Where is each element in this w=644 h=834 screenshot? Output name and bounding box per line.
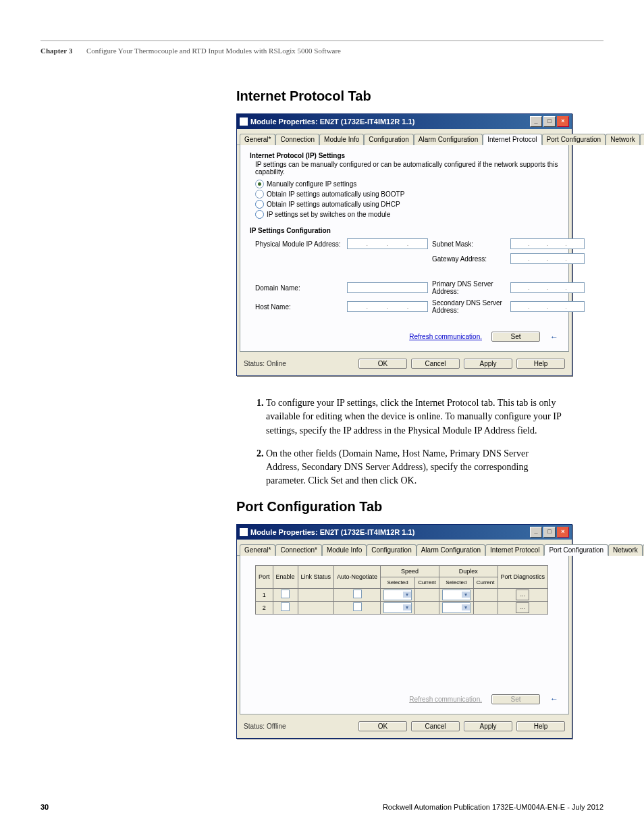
tab-configuration[interactable]: Configuration [364,134,413,145]
input-subnet[interactable]: ... [510,238,585,249]
refresh-link[interactable]: Refresh communication. [409,333,482,340]
step-2: On the other fields (Domain Name, Host N… [266,447,563,488]
dialog-title: Module Properties: EN2T (1732E-IT4IM12R … [250,118,414,126]
tab-module-info[interactable]: Module Info [322,544,367,556]
tab-connection[interactable]: Connection [275,134,319,145]
col-speed-current: Current [415,577,439,588]
tab-port-configuration[interactable]: Port Configuration [544,544,608,556]
maximize-button[interactable]: □ [543,527,556,538]
tab-port-configuration[interactable]: Port Configuration [542,134,606,145]
input-gateway[interactable]: ... [510,253,585,264]
radio-label: Obtain IP settings automatically using D… [267,201,400,208]
auto-negotiate-checkbox[interactable] [353,590,362,598]
set-button: Set [491,694,540,704]
radio-icon [255,210,264,219]
page-number: 30 [41,803,49,811]
help-button[interactable]: Help [516,721,565,731]
table-row: 2 ... [256,601,548,614]
input-primary-dns[interactable]: ... [510,282,585,293]
input-host[interactable]: ... [347,301,428,312]
status-text: Status: Offline [244,723,286,730]
step-1: To configure your IP settings, click the… [266,396,563,438]
speed-selected-combo[interactable] [383,602,412,613]
tab-connection[interactable]: Connection* [275,544,321,556]
tab-alarm-configuration[interactable]: Alarm Configuration [414,134,483,145]
tab-strip: General* Connection Module Info Configur… [237,129,572,145]
section-title-ip: Internet Protocol Tab [236,88,603,104]
tab-internet-protocol[interactable]: Internet Protocol [485,544,544,556]
duplex-selected-combo[interactable] [442,602,471,613]
apply-button[interactable]: Apply [464,721,512,731]
tab-internet-protocol[interactable]: Internet Protocol [483,134,541,145]
label-subnet: Subnet Mask: [432,240,506,248]
enable-checkbox[interactable] [281,590,290,598]
speed-selected-combo[interactable] [383,590,412,600]
radio-icon [255,190,264,199]
enable-checkbox[interactable] [281,602,290,611]
cancel-button[interactable]: Cancel [411,721,460,731]
arrow-left-icon[interactable]: ← [549,694,559,704]
ip-settings-heading: Internet Protocol (IP) Settings [250,152,559,159]
input-secondary-dns[interactable]: ... [510,301,585,312]
close-button[interactable]: × [557,527,569,538]
radio-label: Obtain IP settings automatically using B… [267,190,404,198]
radio-switches[interactable]: IP settings set by switches on the modul… [255,210,559,219]
col-speed: Speed [381,565,439,577]
maximize-button[interactable]: □ [543,116,556,127]
input-physical-ip[interactable]: ... [347,238,428,249]
ok-button[interactable]: OK [358,721,407,731]
diagnostics-button[interactable]: ... [516,602,529,613]
auto-negotiate-checkbox[interactable] [353,602,362,611]
col-port-diagnostics: Port Diagnostics [498,565,548,588]
dialog-internet-protocol: Module Properties: EN2T (1732E-IT4IM12R … [236,113,572,376]
tab-general[interactable]: General* [240,134,275,145]
cell-duplex-current [473,588,498,601]
minimize-button[interactable]: _ [530,527,542,538]
dialog-title: Module Properties: EN2T (1732E-IT4IM12R … [250,528,414,536]
diagnostics-button[interactable]: ... [516,590,529,600]
chapter-label: Chapter 3 [41,47,72,55]
ip-config-heading: IP Settings Configuration [250,227,559,234]
apply-button[interactable]: Apply [464,359,512,369]
label-secondary-dns: Secondary DNS Server Address: [432,299,506,314]
tab-alarm-configuration[interactable]: Alarm Configuration [417,544,485,556]
port-table: Port Enable Link Status Auto-Negotiate S… [255,565,548,615]
radio-label: Manually configure IP settings [267,180,356,188]
arrow-left-icon[interactable]: ← [549,332,559,342]
label-physical-ip: Physical Module IP Address: [255,240,343,248]
chapter-title: Configure Your Thermocouple and RTD Inpu… [86,47,341,55]
cell-port: 1 [256,588,273,601]
tab-strip: General* Connection* Module Info Configu… [237,540,572,556]
ip-settings-subtext: IP settings can be manually configured o… [255,161,559,176]
status-text: Status: Online [244,360,286,367]
label-gateway: Gateway Address: [432,255,506,263]
col-duplex-selected: Selected [439,577,473,588]
col-link-status: Link Status [298,565,334,588]
tab-configuration[interactable]: Configuration [367,544,416,556]
tab-network[interactable]: Network [608,544,643,556]
minimize-button[interactable]: _ [530,116,542,127]
label-domain: Domain Name: [255,284,343,292]
page-footer: 30 Rockwell Automation Publication 1732E… [41,803,603,811]
app-icon [240,528,248,536]
help-button[interactable]: Help [516,359,565,369]
col-duplex-current: Current [473,577,498,588]
radio-manual[interactable]: Manually configure IP settings [255,180,559,188]
tab-calibration[interactable]: Calibration [640,134,644,145]
tab-module-info[interactable]: Module Info [319,134,364,145]
cancel-button[interactable]: Cancel [411,359,460,369]
set-button[interactable]: Set [491,332,540,342]
close-button[interactable]: × [557,116,569,127]
tab-general[interactable]: General* [240,544,275,556]
col-enable: Enable [273,565,298,588]
titlebar: Module Properties: EN2T (1732E-IT4IM12R … [237,114,572,129]
input-domain[interactable] [347,282,428,293]
cell-duplex-current [473,601,498,614]
app-icon [240,118,248,126]
radio-bootp[interactable]: Obtain IP settings automatically using B… [255,190,559,199]
radio-dhcp[interactable]: Obtain IP settings automatically using D… [255,200,559,209]
ok-button[interactable]: OK [358,359,407,369]
tab-network[interactable]: Network [606,134,640,145]
cell-link-status [298,601,334,614]
duplex-selected-combo[interactable] [442,590,471,600]
